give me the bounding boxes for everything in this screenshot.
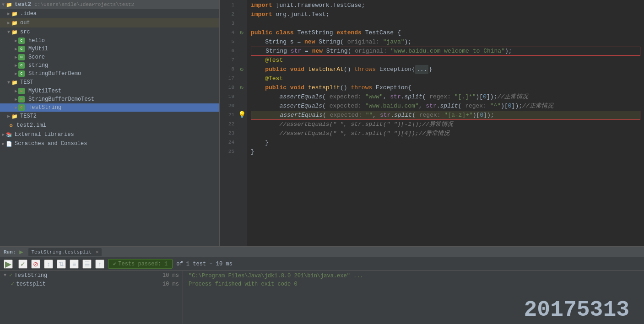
run-gutter-icon2[interactable]: ↻ — [238, 64, 245, 73]
code-line-18: public void testsplit() throws Exception… — [251, 83, 640, 92]
gutter-empty — [238, 119, 245, 128]
test-detail-text: of 1 test – 10 ms — [176, 261, 232, 267]
folder-icon: 📁 — [5, 1, 13, 8]
sidebar-item-scratches[interactable]: ▶ 📄 Scratches and Consoles — [0, 139, 219, 148]
gutter-empty — [238, 9, 245, 18]
chevron-right-icon: ▶ — [7, 113, 10, 119]
editor-gutter: ↻ ↻ ↻ 💡 — [238, 0, 247, 246]
chevron-down-icon: ▼ — [2, 2, 5, 7]
run-gutter-icon[interactable]: ↻ — [238, 27, 245, 37]
gutter-empty — [238, 101, 245, 110]
run-tree-item-label: TestString — [14, 272, 47, 279]
run-tree-testsplit[interactable]: ✓ testsplit 10 ms — [0, 280, 183, 288]
folder-icon: 📁 — [11, 19, 18, 27]
sidebar-item-stringbufferdemo[interactable]: ▶ c StringBufferDemo — [0, 70, 219, 78]
pass-icon: ✓ — [11, 281, 14, 287]
sidebar-item-string-label: string — [28, 62, 48, 69]
code-line-1: import junit.framework.TestCase; — [251, 1, 640, 10]
class-icon: c — [18, 70, 25, 77]
code-line-23: //assertEquals(" ", str.split(" ")[4]);/… — [251, 129, 640, 138]
run-tree-item-time: 10 ms — [162, 272, 179, 279]
align-left-button[interactable]: ≡ — [70, 259, 79, 269]
code-line-3 — [251, 19, 640, 28]
arrow-up-button[interactable]: ↑ — [95, 259, 104, 269]
library-icon: 📚 — [5, 131, 13, 138]
sidebar-item-root[interactable]: ▼ 📁 test2 C:\Users\smile\IdeaProjects\te… — [0, 0, 219, 9]
chevron-down-icon: ▼ — [7, 80, 10, 85]
code-line-17: @Test — [251, 74, 640, 83]
sidebar-item-myutiltest-label: MyUtilTest — [28, 88, 61, 94]
bulb-icon[interactable]: 💡 — [238, 110, 245, 119]
sort-desc-button[interactable]: ⇅ — [57, 259, 66, 269]
code-content: import junit.framework.TestCase; import … — [247, 0, 644, 246]
run-toolbar: ▶ ✓ ⊘ ↕ ⇅ ≡ ☰ ↑ ✔ Tests passed: 1 of 1 t… — [0, 257, 644, 271]
code-line-25: } — [251, 147, 640, 157]
test-class-icon: c — [18, 104, 25, 111]
pass-icon: ✓ — [9, 272, 12, 279]
sidebar-item-out[interactable]: ▶ 📁 out — [0, 18, 219, 27]
line-numbers: 1 2 3 4 5 6 7 8 17 18 19 20 21 22 23 24 … — [220, 0, 238, 246]
sidebar-item-myutil[interactable]: ▶ c MyUtil — [0, 45, 219, 53]
sidebar-item-score[interactable]: ▶ c Score — [0, 53, 219, 61]
sidebar-item-stringbufferdemo-label: StringBufferDemo — [28, 70, 81, 77]
project-sidebar: ▼ 📁 test2 C:\Users\smile\IdeaProjects\te… — [0, 0, 220, 246]
chevron-right-icon: ▶ — [15, 46, 17, 52]
sidebar-item-idea-label: .idea — [20, 11, 37, 17]
sidebar-item-src-label: src — [20, 29, 30, 35]
code-line-4: public class TestString extends TestCase… — [251, 28, 640, 38]
sidebar-item-test2iml[interactable]: ⚙ test2.iml — [0, 121, 219, 130]
gutter-empty — [238, 37, 245, 46]
check-button[interactable]: ✓ — [18, 259, 27, 269]
sidebar-item-src[interactable]: ▼ 📁 src — [0, 27, 219, 37]
run-tab-name[interactable]: TestString.testsplit ✕ — [28, 248, 101, 256]
iml-icon: ⚙ — [7, 122, 15, 129]
chevron-right-icon: ▶ — [7, 20, 10, 26]
chevron-down-icon: ▼ — [4, 273, 6, 278]
gutter-empty — [238, 128, 245, 137]
run-number: 20175313 — [189, 297, 639, 322]
stop-button[interactable]: ⊘ — [31, 259, 40, 269]
class-icon: c — [18, 38, 25, 44]
sidebar-item-myutiltest[interactable]: ▶ c MyUtilTest — [0, 87, 219, 95]
chevron-right-icon: ▶ — [7, 11, 10, 16]
sidebar-item-test2[interactable]: ▶ 📁 TEST2 — [0, 112, 219, 121]
chevron-right-icon: ▶ — [2, 141, 5, 146]
code-line-19: assertEquals( expected: "www", str.split… — [251, 92, 640, 102]
sort-asc-button[interactable]: ↕ — [44, 259, 53, 269]
run-gutter-icon3[interactable]: ↻ — [238, 82, 245, 92]
class-icon: c — [18, 62, 25, 69]
sidebar-item-teststring[interactable]: ▶ c TestString — [0, 103, 219, 112]
sidebar-item-stringbufferdemotest[interactable]: ▶ c StringBufferDemoTest — [0, 95, 219, 103]
code-line-6: String str = new String( original: "www.… — [251, 47, 640, 56]
close-tab-button[interactable]: ✕ — [96, 249, 99, 255]
code-line-20: assertEquals( expected: "www.baidu.com",… — [251, 102, 640, 111]
code-line-24: } — [251, 138, 640, 147]
sidebar-item-extlibs[interactable]: ▶ 📚 External Libraries — [0, 130, 219, 139]
code-line-21: assertEquals( expected: "", str.split( r… — [251, 111, 640, 120]
code-line-8: public void testcharAt() throws Exceptio… — [251, 65, 640, 74]
run-tree-teststring[interactable]: ▼ ✓ TestString 10 ms — [0, 271, 183, 280]
sidebar-item-extlibs-label: External Libraries — [15, 131, 74, 138]
sidebar-item-test[interactable]: ▼ 📁 TEST — [0, 78, 219, 87]
gutter-empty — [238, 46, 245, 55]
folder-icon: 📁 — [11, 10, 18, 17]
check-icon: ✔ — [113, 260, 116, 267]
scratch-icon: 📄 — [5, 140, 13, 147]
sidebar-item-scratches-label: Scratches and Consoles — [15, 140, 87, 147]
chevron-down-icon: ▼ — [7, 30, 10, 35]
align-right-button[interactable]: ☰ — [82, 259, 92, 269]
run-output: "C:\Program Files\Java\jdk1.8.0_201\bin\… — [183, 271, 644, 324]
code-line-5: String s = new String( original: "java")… — [251, 38, 640, 47]
folder-icon: 📁 — [11, 79, 18, 86]
gutter-empty — [238, 146, 245, 156]
chevron-right-icon: ▶ — [15, 88, 17, 94]
sidebar-item-string[interactable]: ▶ c string — [0, 61, 219, 70]
sidebar-item-teststring-label: TestString — [28, 104, 61, 111]
sidebar-item-hello[interactable]: ▶ c hello — [0, 37, 219, 45]
sidebar-item-idea[interactable]: ▶ 📁 .idea — [0, 9, 219, 18]
chevron-right-icon: ▶ — [15, 97, 17, 102]
code-editor: 1 2 3 4 5 6 7 8 17 18 19 20 21 22 23 24 … — [220, 0, 644, 246]
run-button[interactable]: ▶ — [4, 259, 13, 269]
run-tree-item-label: testsplit — [16, 281, 46, 287]
run-icon: ▶ — [17, 248, 25, 256]
